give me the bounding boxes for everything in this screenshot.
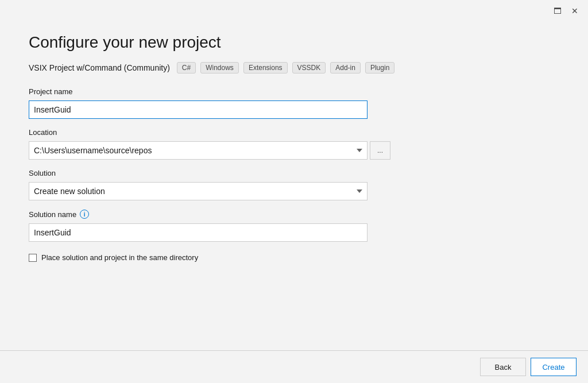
solution-name-section: Solution name i bbox=[29, 210, 559, 242]
location-label: Location bbox=[29, 128, 559, 137]
location-section: Location C:\Users\username\source\repos … bbox=[29, 128, 559, 160]
solution-name-input[interactable] bbox=[29, 223, 368, 242]
solution-name-label: Solution name i bbox=[29, 210, 559, 219]
tag-vssdk: VSSDK bbox=[292, 62, 326, 73]
tag-plugin: Plugin bbox=[365, 62, 394, 73]
solution-section: Solution Create new solution Add to solu… bbox=[29, 169, 559, 200]
restore-button[interactable]: 🗖 bbox=[551, 5, 564, 17]
browse-button[interactable]: ... bbox=[370, 141, 390, 160]
project-type-label: VSIX Project w/Command (Community) bbox=[29, 63, 170, 72]
project-type-row: VSIX Project w/Command (Community) C# Wi… bbox=[29, 62, 559, 73]
footer: Back Create bbox=[0, 351, 588, 383]
same-directory-checkbox[interactable] bbox=[29, 254, 37, 262]
main-window: 🗖 ✕ Configure your new project VSIX Proj… bbox=[0, 0, 588, 383]
tag-csharp: C# bbox=[177, 62, 196, 73]
back-button[interactable]: Back bbox=[480, 358, 526, 376]
checkbox-row: Place solution and project in the same d… bbox=[29, 253, 559, 262]
project-name-label: Project name bbox=[29, 87, 559, 96]
tag-windows: Windows bbox=[200, 62, 239, 73]
tag-extensions: Extensions bbox=[243, 62, 288, 73]
location-row: C:\Users\username\source\repos ... bbox=[29, 141, 559, 160]
project-name-input[interactable] bbox=[29, 100, 368, 119]
page-title: Configure your new project bbox=[29, 33, 559, 52]
title-bar: 🗖 ✕ bbox=[0, 0, 588, 22]
content-area: Configure your new project VSIX Project … bbox=[0, 22, 588, 350]
create-button[interactable]: Create bbox=[531, 358, 577, 376]
solution-select[interactable]: Create new solution Add to solution bbox=[29, 182, 368, 200]
solution-name-info-icon: i bbox=[80, 210, 89, 219]
project-name-section: Project name bbox=[29, 87, 559, 119]
same-directory-label: Place solution and project in the same d… bbox=[41, 253, 198, 262]
tag-addin: Add-in bbox=[330, 62, 361, 73]
close-button[interactable]: ✕ bbox=[568, 5, 581, 17]
solution-label: Solution bbox=[29, 169, 559, 177]
location-select[interactable]: C:\Users\username\source\repos bbox=[29, 141, 368, 160]
